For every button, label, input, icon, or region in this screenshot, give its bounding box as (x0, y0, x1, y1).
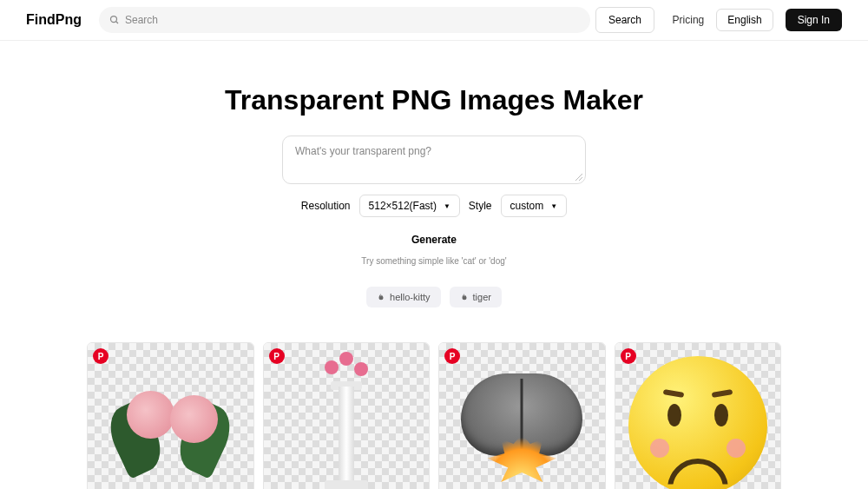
image-card[interactable]: P brain exploding emoji png A brain expl… (438, 342, 606, 489)
main: Transparent PNG Images Maker What's your… (0, 41, 868, 325)
header-right: Pricing English Sign In (673, 9, 842, 31)
image-card[interactable]: P sad emoji png free Yellow sad face wit… (615, 342, 782, 489)
tag-hello-kitty[interactable]: hello-kitty (366, 287, 440, 307)
card-thumbnail[interactable]: P (439, 343, 605, 489)
pinterest-icon[interactable]: P (269, 348, 285, 364)
search-input[interactable] (125, 14, 580, 26)
card-thumbnail[interactable]: P (615, 343, 781, 489)
language-button[interactable]: English (716, 9, 773, 31)
header: FindPng Search Pricing English Sign In (0, 0, 868, 41)
svg-point-0 (110, 17, 116, 23)
thumbnail-illustration (312, 352, 381, 489)
search-wrap: Search (99, 7, 654, 33)
page-title: Transparent PNG Images Maker (0, 84, 868, 116)
flame-icon (460, 292, 469, 302)
logo[interactable]: FindPng (26, 12, 82, 28)
resolution-label: Resolution (301, 200, 351, 212)
resize-handle-icon[interactable] (575, 173, 583, 182)
flame-icon (377, 292, 385, 302)
thumbnail-illustration (628, 356, 767, 489)
generate-button[interactable]: Generate (411, 234, 457, 246)
pricing-link[interactable]: Pricing (673, 14, 705, 26)
style-select[interactable]: custom ▼ (501, 195, 568, 217)
pinterest-icon[interactable]: P (93, 348, 108, 364)
prompt-textarea[interactable]: What's your transparent png? (282, 135, 586, 184)
tag-tiger[interactable]: tiger (450, 287, 502, 307)
resolution-select[interactable]: 512×512(Fast) ▼ (359, 195, 460, 217)
image-card[interactable]: P rose pedestal png Three pink roses in … (263, 342, 431, 489)
thumbnail-illustration (457, 360, 587, 489)
tag-list: hello-kitty tiger (0, 287, 868, 307)
card-thumbnail[interactable]: P (264, 343, 430, 489)
search-box[interactable] (99, 7, 590, 33)
thumbnail-illustration (105, 369, 235, 482)
image-grid: P wedding vintage rose png Two roses wit… (0, 325, 868, 489)
pinterest-icon[interactable]: P (621, 348, 636, 364)
tag-label: tiger (473, 292, 491, 302)
chevron-down-icon: ▼ (444, 202, 450, 210)
tag-label: hello-kitty (390, 292, 430, 302)
signin-button[interactable]: Sign In (786, 9, 842, 31)
svg-line-1 (115, 22, 118, 24)
hint-text: Try something simple like 'cat' or 'dog' (0, 256, 868, 266)
style-label: Style (469, 200, 492, 212)
card-thumbnail[interactable]: P (88, 343, 253, 489)
controls: Resolution 512×512(Fast) ▼ Style custom … (0, 195, 868, 217)
prompt-placeholder: What's your transparent png? (295, 145, 431, 157)
search-icon (109, 15, 120, 25)
chevron-down-icon: ▼ (550, 202, 557, 210)
image-card[interactable]: P wedding vintage rose png Two roses wit… (87, 342, 254, 489)
resolution-value: 512×512(Fast) (369, 200, 437, 212)
style-value: custom (510, 200, 544, 212)
search-button[interactable]: Search (595, 7, 654, 33)
